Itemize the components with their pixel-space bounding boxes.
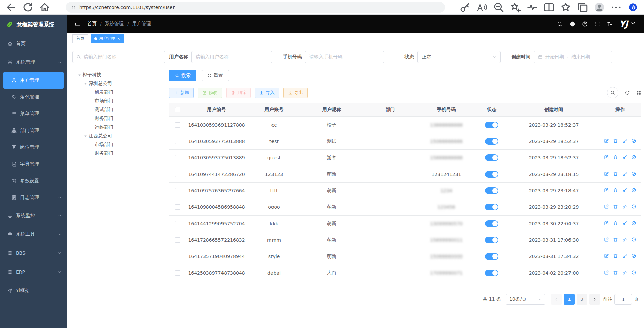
row-reset-password-icon[interactable] [622, 155, 627, 160]
row-edit-icon[interactable] [604, 253, 609, 259]
row-assign-role-icon[interactable] [631, 221, 636, 226]
page-size-select[interactable]: 10条/页 [506, 294, 545, 305]
profile-avatar[interactable] [594, 2, 605, 13]
sidebar-item-menu[interactable]: 菜单管理 [0, 105, 67, 122]
row-edit-icon[interactable] [604, 237, 609, 242]
row-delete-icon[interactable] [613, 221, 618, 226]
export-button[interactable]: 导出 [283, 88, 308, 98]
row-assign-role-icon[interactable] [631, 270, 636, 275]
row-assign-role-icon[interactable] [631, 253, 636, 259]
close-tab-icon[interactable] [117, 37, 120, 40]
breadcrumb-item[interactable]: 系统管理 [105, 21, 124, 27]
row-edit-icon[interactable] [604, 270, 609, 275]
row-assign-role-icon[interactable] [631, 188, 636, 193]
row-edit-icon[interactable] [604, 138, 609, 143]
row-checkbox[interactable] [175, 139, 180, 144]
table-refresh-icon[interactable] [625, 90, 630, 95]
row-reset-password-icon[interactable] [622, 204, 627, 209]
tree-node[interactable]: 财务部门 [72, 114, 165, 123]
page-button-1[interactable]: 1 [564, 294, 575, 305]
tree-node[interactable]: 市场部门 [72, 140, 165, 149]
status-toggle[interactable] [485, 204, 498, 210]
row-delete-icon[interactable] [613, 204, 618, 209]
status-toggle[interactable] [485, 237, 498, 243]
status-toggle[interactable] [485, 171, 498, 178]
next-page-button[interactable] [589, 294, 600, 305]
goto-page-input[interactable]: 1 [614, 294, 632, 305]
tab-0[interactable]: 首页 [72, 34, 88, 43]
row-checkbox[interactable] [175, 188, 180, 193]
status-toggle[interactable] [485, 253, 498, 260]
reset-button[interactable]: 重置 [202, 70, 229, 81]
row-assign-role-icon[interactable] [631, 155, 636, 160]
row-delete-icon[interactable] [613, 253, 618, 259]
sidebar-item-user[interactable]: 用户管理 [3, 72, 64, 89]
row-delete-icon[interactable] [613, 155, 618, 160]
status-toggle[interactable] [485, 220, 498, 227]
edit-button[interactable]: 修改 [198, 88, 222, 98]
collections-icon[interactable] [577, 2, 588, 13]
tree-node[interactable]: 财务部门 [72, 149, 165, 158]
row-checkbox[interactable] [175, 155, 180, 160]
prev-page-button[interactable] [551, 294, 562, 305]
password-key-icon[interactable] [459, 2, 471, 13]
sidebar-item-dict[interactable]: 字典管理 [0, 156, 67, 173]
tab-1[interactable]: 用户管理 [91, 34, 124, 43]
help-icon[interactable] [582, 21, 588, 27]
sidebar-item-monitor[interactable]: 系统监控 [0, 206, 67, 225]
row-reset-password-icon[interactable] [622, 237, 627, 242]
row-reset-password-icon[interactable] [622, 221, 627, 226]
row-checkbox[interactable] [175, 122, 180, 128]
row-edit-icon[interactable] [604, 171, 609, 176]
sidebar-item-role[interactable]: 角色管理 [0, 89, 67, 105]
row-checkbox[interactable] [175, 270, 180, 276]
status-toggle[interactable] [485, 187, 498, 194]
status-toggle[interactable] [485, 138, 498, 145]
sidebar-item-erp[interactable]: ERP [0, 263, 67, 281]
row-edit-icon[interactable] [604, 221, 609, 226]
row-reset-password-icon[interactable] [622, 270, 627, 275]
github-icon[interactable] [569, 21, 575, 27]
tree-node[interactable]: 研发部门 [72, 88, 165, 97]
row-reset-password-icon[interactable] [622, 138, 627, 143]
sidebar-item-param[interactable]: 参数设置 [0, 173, 67, 189]
bing-icon[interactable]: b [629, 3, 637, 12]
tree-node[interactable]: 市场部门 [72, 97, 165, 105]
font-size-icon[interactable] [607, 21, 612, 27]
sidebar-item-post[interactable]: 岗位管理 [0, 139, 67, 156]
row-assign-role-icon[interactable] [631, 171, 636, 176]
tree-node[interactable]: 橙子科技 [72, 71, 165, 79]
row-edit-icon[interactable] [604, 204, 609, 209]
favorites-icon[interactable] [560, 2, 572, 13]
sidebar-item-log[interactable]: 日志管理 [0, 189, 67, 206]
user-avatar-logo[interactable]: YJ [619, 19, 628, 29]
tree-node[interactable]: 深圳总公司 [72, 79, 165, 88]
tree-node[interactable]: 运维部门 [72, 123, 165, 132]
row-reset-password-icon[interactable] [622, 171, 627, 176]
row-delete-icon[interactable] [613, 270, 618, 275]
row-assign-role-icon[interactable] [631, 138, 636, 143]
date-range-picker[interactable]: 开始日期 - 结束日期 [534, 51, 612, 63]
sidebar-item-bbs[interactable]: BBS [0, 244, 67, 263]
sidebar-item-yi[interactable]: Yi框架 [0, 281, 67, 300]
browser-essentials-icon[interactable] [527, 2, 538, 13]
status-toggle[interactable] [485, 154, 498, 161]
row-delete-icon[interactable] [613, 171, 618, 176]
row-checkbox[interactable] [175, 221, 180, 226]
tree-node[interactable]: 测试部门 [72, 105, 165, 114]
sidebar-item-home[interactable]: 首页 [0, 34, 67, 53]
status-select[interactable]: 正常 [417, 51, 501, 63]
delete-button[interactable]: 删除 [226, 88, 251, 98]
fullscreen-icon[interactable] [594, 21, 600, 27]
address-bar[interactable]: https://ccnetcore.com:1101/system/user [66, 2, 445, 13]
browser-home-icon[interactable] [39, 2, 50, 13]
sidebar-collapse-icon[interactable] [74, 20, 81, 27]
row-checkbox[interactable] [175, 237, 180, 243]
browser-refresh-icon[interactable] [22, 2, 34, 13]
tree-node[interactable]: 江西总公司 [72, 132, 165, 140]
row-checkbox[interactable] [175, 254, 180, 259]
row-reset-password-icon[interactable] [622, 253, 627, 259]
add-button[interactable]: 新增 [169, 88, 194, 98]
zoom-icon[interactable] [493, 2, 504, 13]
row-edit-icon[interactable] [604, 155, 609, 160]
